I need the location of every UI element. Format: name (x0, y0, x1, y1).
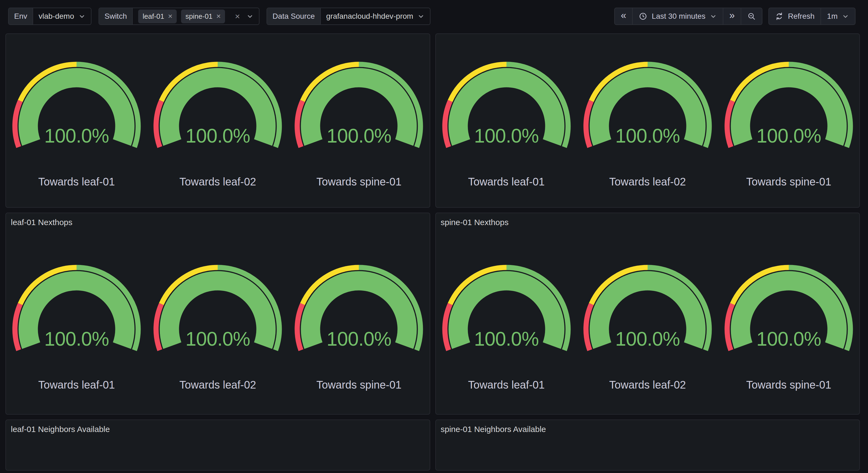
panel-title: leaf-01 Nexthops (11, 217, 425, 227)
switch-tag-leaf-01[interactable]: leaf-01 × (138, 9, 177, 23)
gauge-label: Towards leaf-01 (38, 176, 115, 188)
panel-leaf-01-nexthops: leaf-01 Nexthops 100.0% Towards leaf-01 … (5, 213, 430, 415)
gauge: 100.0% Towards spine-01 (288, 263, 429, 391)
gauge: 100.0% Towards leaf-01 (436, 263, 577, 391)
gauge-value: 100.0% (291, 125, 427, 147)
var-env-label: Env (9, 8, 33, 24)
panel-header[interactable]: leaf-01 Neighbors Available (6, 420, 430, 434)
refresh-interval-button[interactable]: 1m (821, 8, 855, 24)
gauge-value: 100.0% (580, 328, 715, 350)
dashboard-grid: 100.0% Towards leaf-01 100.0% Towards le… (0, 25, 868, 471)
panel-header[interactable]: spine-01 Nexthops (436, 213, 860, 227)
zoom-out-icon (747, 12, 756, 21)
gauge: 100.0% Towards leaf-02 (577, 59, 718, 188)
gauge-label: Towards leaf-01 (38, 379, 115, 391)
gauge: 100.0% Towards spine-01 (718, 263, 859, 391)
time-forward-button[interactable]: » (723, 8, 741, 24)
panel-title: spine-01 Neighbors Available (441, 424, 855, 434)
gauge-value: 100.0% (580, 125, 715, 147)
chevron-down-icon (79, 13, 86, 20)
zoom-out-button[interactable] (741, 8, 762, 24)
gauge-label: Towards leaf-01 (468, 379, 545, 391)
gauge-label: Towards spine-01 (746, 379, 831, 391)
panel-header[interactable]: spine-01 Neighbors Available (436, 420, 860, 434)
gauge-value: 100.0% (291, 328, 427, 350)
var-switch-dropdown[interactable]: leaf-01 × spine-01 × × (133, 8, 259, 24)
gauge-label: Towards leaf-02 (609, 176, 686, 188)
panel-gauges-left: 100.0% Towards leaf-01 100.0% Towards le… (5, 33, 430, 208)
gauge: 100.0% Towards spine-01 (288, 59, 429, 188)
gauge: 100.0% Towards leaf-01 (6, 59, 147, 188)
panel-body: 100.0% Towards leaf-01 100.0% Towards le… (436, 227, 860, 391)
time-back-button[interactable]: « (615, 8, 633, 24)
dashboard-row: leaf-01 Neighbors Available spine-01 Nei… (5, 419, 860, 471)
gauge-value: 100.0% (721, 125, 857, 147)
remove-tag-icon[interactable]: × (168, 12, 172, 20)
var-env: Env vlab-demo (8, 8, 91, 25)
panel-body: 100.0% Towards leaf-01 100.0% Towards le… (6, 227, 430, 391)
gauge-value: 100.0% (9, 125, 145, 147)
var-datasource-label: Data Source (267, 8, 321, 24)
panel-body: 100.0% Towards leaf-01 100.0% Towards le… (436, 34, 860, 188)
gauge: 100.0% Towards leaf-02 (147, 59, 288, 188)
refresh-button[interactable]: Refresh (769, 8, 821, 24)
panel-header[interactable]: leaf-01 Nexthops (6, 213, 430, 227)
var-switch-label: Switch (99, 8, 133, 24)
switch-tag-spine-01[interactable]: spine-01 × (181, 9, 225, 23)
panel-spine-01-nexthops: spine-01 Nexthops 100.0% Towards leaf-01… (435, 213, 860, 415)
panel-spine-01-neighbors: spine-01 Neighbors Available (435, 419, 860, 471)
chevron-down-icon (417, 13, 425, 20)
refresh-icon (775, 12, 783, 21)
time-controls: « Last 30 minutes » (614, 8, 856, 25)
gauge-label: Towards leaf-02 (179, 176, 256, 188)
var-env-value: vlab-demo (38, 12, 74, 21)
var-switch: Switch leaf-01 × spine-01 × × (98, 8, 259, 25)
gauge-value: 100.0% (439, 328, 574, 350)
var-datasource-value: grafanacloud-hhdev-prom (326, 12, 413, 21)
gauge-label: Towards leaf-01 (468, 176, 545, 188)
switch-tag-text: leaf-01 (143, 12, 164, 21)
time-picker-group: « Last 30 minutes » (614, 8, 763, 25)
dashboard-row: leaf-01 Nexthops 100.0% Towards leaf-01 … (5, 213, 860, 415)
var-env-dropdown[interactable]: vlab-demo (33, 8, 91, 24)
gauge-value: 100.0% (439, 125, 574, 147)
gauge: 100.0% Towards leaf-02 (147, 263, 288, 391)
gauge-label: Towards leaf-02 (609, 379, 686, 391)
time-range-button[interactable]: Last 30 minutes (633, 8, 723, 24)
panel-body: 100.0% Towards leaf-01 100.0% Towards le… (6, 34, 430, 188)
gauge: 100.0% Towards spine-01 (718, 59, 859, 188)
refresh-interval-value: 1m (827, 12, 838, 21)
refresh-group: Refresh 1m (768, 8, 856, 25)
var-datasource: Data Source grafanacloud-hhdev-prom (267, 8, 431, 25)
gauge-label: Towards leaf-02 (179, 379, 256, 391)
dashboard-toolbar: Env vlab-demo Switch leaf-01 × spine-01 … (8, 8, 856, 25)
chevron-down-icon (246, 13, 253, 20)
gauge-label: Towards spine-01 (316, 379, 402, 391)
gauge-value: 100.0% (150, 328, 285, 350)
template-variables: Env vlab-demo Switch leaf-01 × spine-01 … (8, 8, 431, 25)
chevron-down-icon (842, 13, 849, 20)
panel-leaf-01-neighbors: leaf-01 Neighbors Available (5, 419, 430, 471)
dashboard-row: 100.0% Towards leaf-01 100.0% Towards le… (5, 33, 860, 208)
chevron-down-icon (710, 13, 717, 20)
clock-icon (639, 12, 647, 21)
time-range-label: Last 30 minutes (652, 12, 706, 21)
panel-title: leaf-01 Neighbors Available (11, 424, 425, 434)
gauge-label: Towards spine-01 (746, 176, 831, 188)
gauge-value: 100.0% (9, 328, 145, 350)
remove-tag-icon[interactable]: × (216, 12, 221, 20)
switch-tag-text: spine-01 (185, 12, 213, 21)
gauge: 100.0% Towards leaf-01 (6, 263, 147, 391)
gauge-label: Towards spine-01 (316, 176, 402, 188)
gauge: 100.0% Towards leaf-02 (577, 263, 718, 391)
gauge-value: 100.0% (721, 328, 857, 350)
gauge-value: 100.0% (150, 125, 285, 147)
refresh-label: Refresh (788, 12, 814, 21)
panel-gauges-right: 100.0% Towards leaf-01 100.0% Towards le… (435, 33, 860, 208)
clear-all-icon[interactable]: × (235, 12, 240, 21)
var-datasource-dropdown[interactable]: grafanacloud-hhdev-prom (321, 8, 430, 24)
panel-title: spine-01 Nexthops (441, 217, 855, 227)
gauge: 100.0% Towards leaf-01 (436, 59, 577, 188)
